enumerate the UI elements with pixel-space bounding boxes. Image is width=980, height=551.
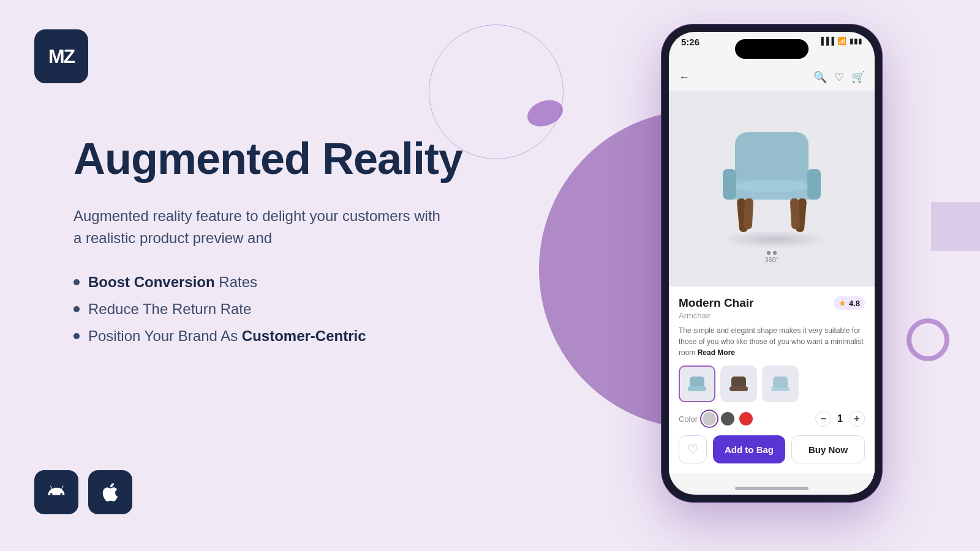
color-swatch-gray[interactable] — [703, 412, 716, 425]
search-icon[interactable]: 🔍 — [813, 70, 827, 84]
product-info-section: Modern Chair ★ 4.8 Armchair The simple a… — [669, 287, 875, 473]
dynamic-island — [735, 39, 809, 59]
product-rating: ★ 4.8 — [834, 296, 865, 310]
svg-rect-11 — [731, 377, 746, 388]
color-quantity-row: Color − 1 + — [679, 411, 865, 427]
quantity-decrease-button[interactable]: − — [815, 411, 831, 427]
status-icons: ▐▐▐ 📶 ▮▮▮ — [818, 37, 862, 45]
bullet-item-3: Position Your Brand As Customer-Centric — [88, 328, 366, 345]
ios-button[interactable] — [88, 470, 132, 514]
app-store-buttons — [34, 470, 132, 514]
logo-text: MZ — [48, 47, 74, 66]
add-to-bag-button[interactable]: Add to Bag — [713, 435, 785, 463]
svg-point-8 — [735, 180, 809, 192]
nav-action-icons: 🔍 ♡ 🛒 — [813, 70, 865, 84]
page-title: Augmented Reality — [74, 135, 462, 183]
phone-nav-bar: ← 🔍 ♡ 🛒 — [669, 64, 875, 91]
svg-rect-9 — [690, 377, 704, 388]
bullet-item-2: Reduce The Return Rate — [88, 301, 251, 318]
hero-subtitle: Augmented reality feature to delight you… — [74, 205, 441, 249]
chair-shadow — [720, 230, 830, 249]
phone-screen: 5:26 ▐▐▐ 📶 ▮▮▮ ← 🔍 ♡ 🛒 — [669, 32, 875, 495]
color-swatch-red[interactable] — [739, 412, 753, 425]
battery-icon: ▮▮▮ — [850, 37, 862, 45]
svg-rect-12 — [729, 386, 748, 391]
apple-icon — [99, 481, 121, 503]
read-more-link[interactable]: Read More — [698, 348, 735, 357]
color-swatch-dark[interactable] — [721, 412, 734, 425]
star-icon: ★ — [839, 298, 846, 308]
wishlist-button[interactable]: ♡ — [679, 435, 707, 463]
bg-decoration-ring — [907, 318, 949, 361]
buy-now-button[interactable]: Buy Now — [791, 435, 865, 463]
product-thumbnails — [679, 365, 865, 402]
rotate-label: 360° — [765, 256, 779, 263]
thumbnail-2[interactable] — [720, 365, 757, 402]
svg-rect-0 — [735, 132, 809, 187]
thumbnail-3[interactable] — [762, 365, 799, 402]
phone-mockup: 5:26 ▐▐▐ 📶 ▮▮▮ ← 🔍 ♡ 🛒 — [662, 24, 882, 502]
heart-nav-icon[interactable]: ♡ — [834, 70, 844, 84]
product-type: Armchair — [679, 311, 865, 320]
product-image-area: 360° — [669, 91, 875, 287]
bullet-dot-3 — [74, 333, 80, 339]
phone-frame: 5:26 ▐▐▐ 📶 ▮▮▮ ← 🔍 ♡ 🛒 — [662, 24, 882, 502]
action-buttons: ♡ Add to Bag Buy Now — [679, 435, 865, 463]
svg-rect-14 — [771, 386, 790, 391]
bullet-dot-1 — [74, 279, 80, 285]
product-header: Modern Chair ★ 4.8 — [679, 296, 865, 310]
feature-list: Boost Conversion Rates Reduce The Return… — [74, 274, 462, 345]
android-icon — [45, 481, 67, 503]
rotate-dots — [767, 251, 777, 255]
quantity-increase-button[interactable]: + — [849, 411, 865, 427]
android-button[interactable] — [34, 470, 78, 514]
list-item: Boost Conversion Rates — [74, 274, 462, 291]
back-icon[interactable]: ← — [679, 71, 690, 84]
app-logo: MZ — [34, 29, 88, 83]
svg-rect-10 — [688, 386, 706, 391]
rotate-dot — [773, 251, 777, 255]
wifi-icon: 📶 — [837, 37, 846, 45]
chair-image — [710, 114, 833, 242]
list-item: Reduce The Return Rate — [74, 301, 462, 318]
bullet-item-1: Boost Conversion Rates — [88, 274, 257, 291]
bullet-dot-2 — [74, 306, 80, 312]
product-name: Modern Chair — [679, 296, 753, 310]
svg-rect-13 — [773, 377, 788, 388]
rating-value: 4.8 — [849, 299, 860, 308]
quantity-value: 1 — [837, 413, 843, 424]
bullet-bold-1: Boost Conversion — [88, 274, 215, 290]
svg-rect-3 — [807, 169, 821, 200]
rotate-dot — [767, 251, 771, 255]
svg-rect-7 — [790, 198, 801, 230]
bg-decoration-rect — [931, 202, 980, 251]
signal-icon: ▐▐▐ — [818, 37, 834, 45]
color-label: Color — [679, 414, 698, 424]
bag-icon[interactable]: 🛒 — [851, 70, 865, 84]
status-time: 5:26 — [681, 37, 699, 47]
product-description: The simple and elegant shape makes it ve… — [679, 325, 865, 358]
bullet-bold-3: Customer-Centric — [242, 328, 366, 344]
list-item: Position Your Brand As Customer-Centric — [74, 328, 462, 345]
svg-rect-2 — [723, 169, 736, 200]
svg-rect-6 — [744, 198, 754, 230]
thumbnail-1[interactable] — [679, 365, 715, 402]
home-indicator — [735, 487, 809, 490]
quantity-control: − 1 + — [815, 411, 865, 427]
color-selector: Color — [679, 412, 753, 425]
rotate-indicator: 360° — [765, 251, 779, 263]
hero-content: Augmented Reality Augmented reality feat… — [74, 135, 462, 354]
